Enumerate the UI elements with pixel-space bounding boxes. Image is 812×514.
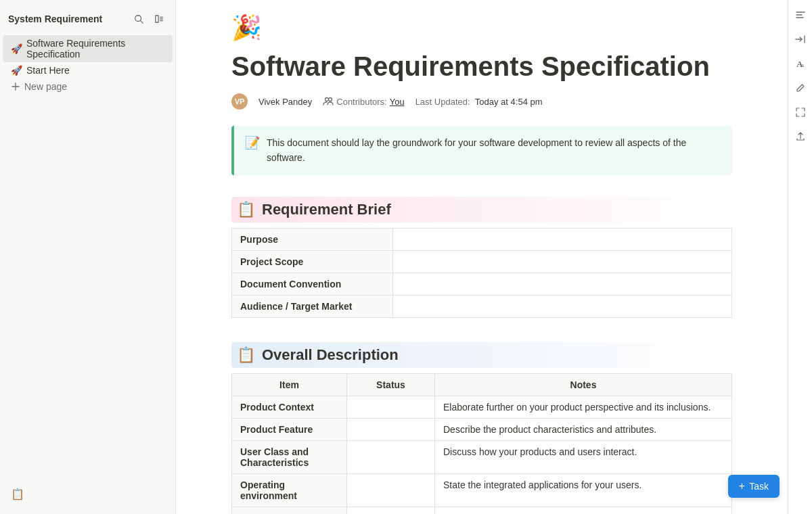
table-cell-label: Project Scope [232,250,393,273]
workspace-title: System Requirement [8,14,102,24]
callout-text: This document should lay the groundwork … [267,135,721,166]
collapse-rt-icon[interactable] [791,30,810,49]
section-title-1: Requirement Brief [262,201,391,218]
table-cell-item: Product Context [232,396,347,418]
sidebar-item-emoji: 🚀 [11,43,22,54]
table-row: Project Scope [232,250,732,273]
table-row: Audience / Target Market [232,295,732,317]
contributors-link[interactable]: You [390,97,405,107]
edit-icon[interactable] [791,78,810,97]
section-emoji-2: 📋 [237,346,255,364]
page-emoji: 🎉 [231,14,732,42]
section-heading-requirement-brief: 📋 Requirement Brief [231,197,732,223]
svg-point-9 [329,98,332,101]
last-updated: Last Updated: Today at 4:54 pm [415,97,543,107]
search-button[interactable] [131,11,147,27]
sidebar-item-software-req[interactable]: 🚀 Software Requirements Specification [3,35,173,62]
sidebar-item-start-here[interactable]: 🚀 Start Here [3,62,173,78]
overall-description-table: Item Status Notes Product Context Elabor… [231,373,732,514]
search-icon [134,14,143,24]
table-cell-label: Audience / Target Market [232,295,393,317]
sidebar-header-icons [131,11,167,27]
table-cell-status[interactable] [347,507,435,514]
table-cell-status[interactable] [347,396,435,418]
plus-icon [11,82,20,91]
table-cell-status[interactable] [347,418,435,440]
table-cell-value[interactable] [393,295,732,317]
sidebar-item-label: Start Here [26,65,70,76]
svg-rect-2 [156,16,158,23]
table-cell-item: Product Feature [232,418,347,440]
table-row: Product Context Elaborate further on you… [232,396,732,418]
table-cell-notes: Elaborate further on your product perspe… [435,396,732,418]
section-emoji-1: 📋 [237,201,255,218]
contributors-group: Contributors: You [323,96,404,107]
task-button[interactable]: + Task [728,475,780,498]
collapse-icon [154,14,164,24]
col-header-status: Status [347,373,435,396]
svg-line-1 [141,21,143,24]
last-updated-value: Today at 4:54 pm [475,97,543,107]
table-row: User Class and Characteristics Discuss h… [232,440,732,473]
table-cell-item: User Class and Characteristics [232,440,347,473]
callout-box: 📝 This document should lay the groundwor… [231,126,732,175]
requirement-brief-table: Purpose Project Scope Document Conventio… [231,228,732,318]
table-row: Purpose [232,228,732,250]
svg-text:a: a [801,62,804,68]
table-cell-notes: State the integrated applications for yo… [435,473,732,507]
svg-point-8 [325,98,329,101]
task-button-label: Task [749,481,769,492]
right-toolbar: A a [788,0,812,514]
table-cell-status[interactable] [347,440,435,473]
sidebar-header: System Requirement [0,5,175,32]
section-heading-overall-description: 📋 Overall Description [231,342,732,368]
fullscreen-icon[interactable] [791,103,810,122]
table-cell-label: Purpose [232,228,393,250]
font-icon[interactable]: A a [791,54,810,73]
contributors-label: Contributors: [336,97,386,107]
table-cell-value[interactable] [393,250,732,273]
sidebar-bottom-icon[interactable]: 📋 [8,484,27,503]
task-plus-icon: + [739,480,745,492]
author-name: Vivek Pandey [258,97,312,107]
avatar-initials: VP [235,97,245,106]
sidebar-bottom: 📋 [0,479,175,509]
share-icon[interactable] [791,127,810,146]
avatar: VP [231,93,248,110]
col-header-notes: Notes [435,373,732,396]
page-title: Software Requirements Specification [231,50,732,83]
table-cell-value[interactable] [393,273,732,295]
callout-emoji: 📝 [245,135,260,150]
contributors-icon [323,96,334,107]
table-cell-item: Design and implementation [232,507,347,514]
sidebar-item-emoji: 🚀 [11,65,22,76]
col-header-item: Item [232,373,347,396]
table-cell-notes: Discuss how your products and users inte… [435,440,732,473]
table-header-row: Item Status Notes [232,373,732,396]
new-page-label: New page [24,81,67,92]
sidebar-item-label: Software Requirements Specification [26,38,164,60]
table-row: Document Convention [232,273,732,295]
table-row: Operating environment State the integrat… [232,473,732,507]
table-cell-label: Document Convention [232,273,393,295]
toc-icon[interactable] [791,5,810,24]
section-title-2: Overall Description [262,346,399,364]
table-cell-notes: Describe the product characteristics and… [435,418,732,440]
main-content: 🎉 Software Requirements Specification VP… [176,0,788,514]
collapse-sidebar-button[interactable] [151,11,167,27]
table-cell-value[interactable] [393,228,732,250]
page-area: 🎉 Software Requirements Specification VP… [191,0,773,514]
table-row: Design and implementation Specify the li… [232,507,732,514]
new-page-button[interactable]: New page [3,78,173,95]
table-row: Product Feature Describe the product cha… [232,418,732,440]
table-cell-item: Operating environment [232,473,347,507]
page-meta: VP Vivek Pandey Contributors: You Last U… [231,93,732,110]
table-cell-status[interactable] [347,473,435,507]
sidebar: System Requirement 🚀 Software Requiremen… [0,0,176,514]
table-cell-notes: Specify the limitations to your product … [435,507,732,514]
